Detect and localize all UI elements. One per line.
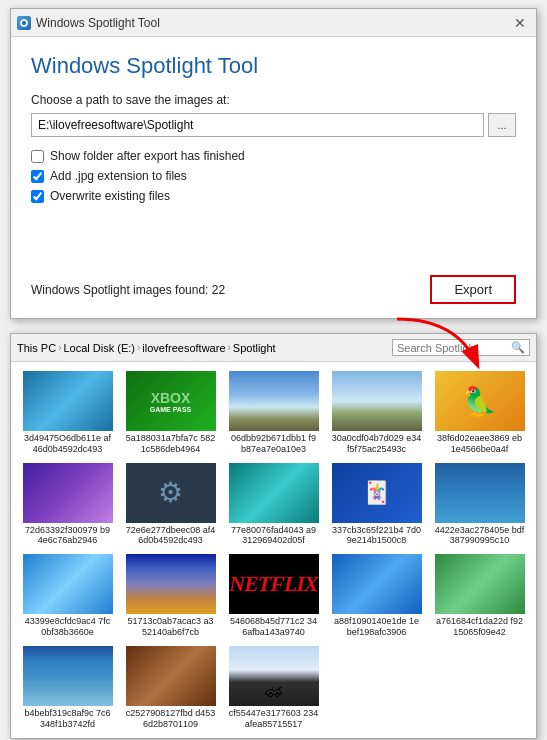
- breadcrumb-part-3[interactable]: ilovefreesoftware: [142, 342, 225, 354]
- file-name: 43399e8cfdc9ac4 7fc0bf38b3660e: [23, 616, 113, 638]
- file-name: 51713c0ab7acac3 a352140ab6f7cb: [126, 616, 216, 638]
- path-row: ...: [31, 113, 516, 137]
- title-bar-label: Windows Spotlight Tool: [36, 16, 160, 30]
- checkbox-row-1: Show folder after export has finished: [31, 149, 516, 163]
- sep1: ›: [58, 342, 61, 353]
- file-name: 72e6e277dbeec08 af46d0b4592dc493: [126, 525, 216, 547]
- file-item[interactable]: 🦜38f6d02eaee3869 eb1e4566be0a4f: [429, 368, 530, 458]
- breadcrumb: This PC › Local Disk (E:) › ilovefreesof…: [17, 342, 276, 354]
- file-item[interactable]: 43399e8cfdc9ac4 7fc0bf38b3660e: [17, 551, 118, 641]
- file-name: 72d63392f300979 b94e6c76ab2946: [23, 525, 113, 547]
- file-item[interactable]: a761684cf1da22d f9215065f09e42: [429, 551, 530, 641]
- export-button[interactable]: Export: [430, 275, 516, 304]
- file-item[interactable]: 30a0cdf04b7d029 e34f5f75ac25493c: [326, 368, 427, 458]
- file-name: 337cb3c65f221b4 7d09e214b1500c8: [332, 525, 422, 547]
- dialog-heading: Windows Spotlight Tool: [31, 53, 516, 79]
- file-name: b4bebf319c8af9c 7c6348f1b3742fd: [23, 708, 113, 730]
- checkbox-row-3: Overwrite existing files: [31, 189, 516, 203]
- svg-point-1: [22, 21, 26, 25]
- file-item[interactable]: NETFLIX546068b45d771c2 346afba143a9740: [223, 551, 324, 641]
- file-name: 5a188031a7bfa7c 5821c586deb4964: [126, 433, 216, 455]
- breadcrumb-part-4[interactable]: Spotlight: [233, 342, 276, 354]
- images-found-text: Windows Spotlight images found: 22: [31, 283, 225, 297]
- file-item[interactable]: 🃏337cb3c65f221b4 7d09e214b1500c8: [326, 460, 427, 550]
- file-item[interactable]: b4bebf319c8af9c 7c6348f1b3742fd: [17, 643, 118, 733]
- path-input[interactable]: [31, 113, 484, 137]
- close-button[interactable]: ✕: [510, 13, 530, 33]
- add-jpg-checkbox[interactable]: [31, 170, 44, 183]
- file-name: cf55447e3177603 234afea85715517: [229, 708, 319, 730]
- overwrite-checkbox[interactable]: [31, 190, 44, 203]
- search-icon: 🔍: [511, 341, 525, 354]
- browse-button[interactable]: ...: [488, 113, 516, 137]
- file-name: 4422e3ac278405e bdf387990995c10: [435, 525, 525, 547]
- title-bar-left: Windows Spotlight Tool: [17, 16, 160, 30]
- file-name: 77e80076fad4043 a9312969402d05f: [229, 525, 319, 547]
- file-name: c2527908127fbd d4536d2b8701109: [126, 708, 216, 730]
- show-folder-label: Show folder after export has finished: [50, 149, 245, 163]
- file-item[interactable]: a88f1090140e1de 1ebef198afc3906: [326, 551, 427, 641]
- explorer-window: This PC › Local Disk (E:) › ilovefreesof…: [10, 333, 537, 739]
- file-name: a88f1090140e1de 1ebef198afc3906: [332, 616, 422, 638]
- file-name: 3d49475O6db611e af46d0b4592dc493: [23, 433, 113, 455]
- sep2: ›: [137, 342, 140, 353]
- file-name: 38f6d02eaee3869 eb1e4566be0a4f: [435, 433, 525, 455]
- file-item[interactable]: 06dbb92b671dbb1 f9b87ea7e0a10e3: [223, 368, 324, 458]
- add-jpg-label: Add .jpg extension to files: [50, 169, 187, 183]
- sep3: ›: [228, 342, 231, 353]
- file-item[interactable]: 🏎cf55447e3177603 234afea85715517: [223, 643, 324, 733]
- file-item[interactable]: 77e80076fad4043 a9312969402d05f: [223, 460, 324, 550]
- overwrite-label: Overwrite existing files: [50, 189, 170, 203]
- path-label: Choose a path to save the images at:: [31, 93, 516, 107]
- dialog-content: Windows Spotlight Tool Choose a path to …: [11, 37, 536, 225]
- file-item[interactable]: c2527908127fbd d4536d2b8701109: [120, 643, 221, 733]
- file-name: 06dbb92b671dbb1 f9b87ea7e0a10e3: [229, 433, 319, 455]
- title-bar: Windows Spotlight Tool ✕: [11, 9, 536, 37]
- breadcrumb-part-1[interactable]: This PC: [17, 342, 56, 354]
- checkbox-row-2: Add .jpg extension to files: [31, 169, 516, 183]
- red-arrow: [377, 309, 497, 379]
- file-item[interactable]: 72d63392f300979 b94e6c76ab2946: [17, 460, 118, 550]
- show-folder-checkbox[interactable]: [31, 150, 44, 163]
- file-name: 30a0cdf04b7d029 e34f5f75ac25493c: [332, 433, 422, 455]
- spotlight-icon: [17, 16, 31, 30]
- file-item[interactable]: 51713c0ab7acac3 a352140ab6f7cb: [120, 551, 221, 641]
- file-grid: 3d49475O6db611e af46d0b4592dc493XBOXGAME…: [11, 362, 536, 738]
- dialog-window: Windows Spotlight Tool ✕ Windows Spotlig…: [10, 8, 537, 319]
- file-item[interactable]: ⚙72e6e277dbeec08 af46d0b4592dc493: [120, 460, 221, 550]
- file-name: a761684cf1da22d f9215065f09e42: [435, 616, 525, 638]
- file-item[interactable]: 3d49475O6db611e af46d0b4592dc493: [17, 368, 118, 458]
- breadcrumb-part-2[interactable]: Local Disk (E:): [63, 342, 135, 354]
- file-item[interactable]: 4422e3ac278405e bdf387990995c10: [429, 460, 530, 550]
- file-name: 546068b45d771c2 346afba143a9740: [229, 616, 319, 638]
- file-item[interactable]: XBOXGAME PASS5a188031a7bfa7c 5821c586deb…: [120, 368, 221, 458]
